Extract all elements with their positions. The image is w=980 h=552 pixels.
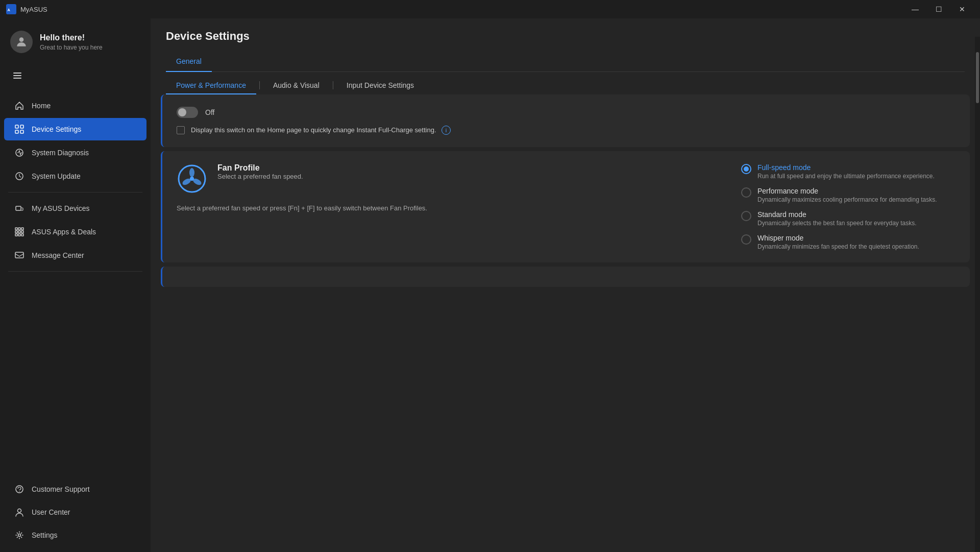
scrollbar-track[interactable]	[975, 37, 980, 552]
home-page-checkbox[interactable]	[177, 126, 185, 134]
settings-icon	[14, 530, 24, 540]
svg-rect-20	[18, 234, 20, 236]
close-button[interactable]: ✕	[950, 0, 974, 18]
fan-icon-wrap	[177, 163, 207, 194]
nav-section: Home Device Settings System Diagnosis	[0, 91, 151, 552]
radio-label-whisper: Whisper mode	[757, 234, 919, 242]
svg-rect-15	[21, 228, 23, 230]
info-icon[interactable]: i	[442, 126, 451, 135]
fan-text-group: Fan Profile Select a preferred fan speed…	[217, 163, 303, 184]
sidebar-item-my-asus-devices[interactable]: My ASUS Devices	[4, 197, 146, 220]
fan-left-row: Fan Profile Select a preferred fan speed…	[177, 163, 726, 198]
svg-rect-7	[20, 125, 23, 128]
user-greeting: Hello there!	[40, 33, 103, 42]
main-content: Device Settings General Power & Performa…	[151, 18, 980, 552]
sidebar-item-system-update[interactable]: System Update	[4, 165, 146, 187]
subtab-input-device-settings[interactable]: Input Device Settings	[336, 76, 424, 94]
svg-rect-14	[18, 228, 20, 230]
fan-section: Fan Profile Select a preferred fan speed…	[177, 163, 955, 250]
svg-point-2	[19, 37, 24, 42]
subtabs-row: Power & Performance Audio & Visual Input…	[151, 76, 980, 94]
fan-profile-subtitle: Select a preferred fan speed.	[217, 173, 303, 180]
nav-bottom: Customer Support User Center Settings	[0, 477, 151, 552]
user-section: Hello there! Great to have you here	[0, 23, 151, 63]
radio-label-standard: Standard mode	[757, 210, 916, 219]
user-avatar-icon	[15, 35, 28, 49]
svg-point-24	[19, 491, 19, 492]
maximize-button[interactable]: ☐	[927, 0, 950, 18]
user-info: Hello there! Great to have you here	[40, 33, 103, 51]
instant-charge-card: Off Display this switch on the Home page…	[161, 94, 970, 147]
tabs-row: General	[166, 52, 965, 72]
svg-point-25	[18, 509, 21, 513]
svg-rect-5	[13, 78, 21, 79]
fan-left: Fan Profile Select a preferred fan speed…	[177, 163, 726, 250]
sidebar-item-home[interactable]: Home	[4, 94, 146, 117]
svg-rect-8	[15, 130, 18, 133]
fan-right: Full-speed mode Run at full speed and en…	[741, 163, 955, 250]
avatar	[10, 31, 33, 53]
sidebar: Hello there! Great to have you here Home	[0, 18, 151, 552]
svg-text:A: A	[8, 8, 11, 12]
radio-label-full-speed: Full-speed mode	[757, 163, 935, 172]
fan-profile-desc: Select a preferred fan speed or press [F…	[177, 203, 726, 213]
svg-rect-18	[21, 231, 23, 233]
nav-divider-2	[8, 271, 142, 272]
checkbox-text: Display this switch on the Home page to …	[191, 126, 436, 134]
radio-btn-whisper[interactable]	[741, 234, 751, 245]
svg-point-29	[189, 168, 194, 177]
svg-rect-6	[15, 125, 18, 128]
svg-rect-12	[16, 206, 21, 210]
radio-desc-whisper: Dynamically minimizes fan speed for the …	[757, 243, 919, 250]
radio-standard[interactable]: Standard mode Dynamically selects the be…	[741, 210, 955, 227]
radio-content-full-speed: Full-speed mode Run at full speed and en…	[757, 163, 935, 180]
radio-btn-performance[interactable]	[741, 187, 751, 198]
subtab-audio-visual[interactable]: Audio & Visual	[263, 76, 330, 94]
app-window: Hello there! Great to have you here Home	[0, 18, 980, 552]
sidebar-item-message-center[interactable]: Message Center	[4, 244, 146, 267]
radio-full-speed[interactable]: Full-speed mode Run at full speed and en…	[741, 163, 955, 180]
svg-rect-16	[15, 231, 17, 233]
sidebar-item-system-diagnosis[interactable]: System Diagnosis	[4, 141, 146, 164]
titlebar: A MyASUS — ☐ ✕	[0, 0, 980, 18]
tab-general[interactable]: General	[166, 52, 212, 71]
window-controls: — ☐ ✕	[903, 0, 974, 18]
user-subtext: Great to have you here	[40, 44, 103, 51]
radio-desc-performance: Dynamically maximizes cooling performanc…	[757, 196, 937, 203]
toggle-label: Off	[205, 108, 214, 116]
scrollbar-thumb[interactable]	[976, 52, 979, 103]
charge-section: Off Display this switch on the Home page…	[177, 107, 955, 135]
svg-rect-19	[15, 234, 17, 236]
radio-whisper[interactable]: Whisper mode Dynamically minimizes fan s…	[741, 234, 955, 250]
svg-rect-9	[20, 130, 23, 133]
my-asus-devices-icon	[14, 203, 24, 213]
instant-charge-toggle[interactable]	[177, 107, 198, 118]
checkbox-row: Display this switch on the Home page to …	[177, 125, 451, 135]
system-update-icon	[14, 171, 24, 181]
radio-btn-full-speed[interactable]	[741, 164, 751, 174]
message-center-icon	[14, 250, 24, 260]
sidebar-item-user-center[interactable]: User Center	[4, 501, 146, 523]
hamburger-icon	[12, 70, 22, 81]
sidebar-item-device-settings[interactable]: Device Settings	[4, 118, 146, 140]
asus-apps-icon	[14, 227, 24, 237]
radio-performance[interactable]: Performance mode Dynamically maximizes c…	[741, 187, 955, 203]
page-title: Device Settings	[166, 30, 965, 43]
svg-rect-21	[21, 234, 23, 236]
subtab-divider-1	[259, 81, 260, 89]
radio-content-standard: Standard mode Dynamically selects the be…	[757, 210, 916, 227]
minimize-button[interactable]: —	[903, 0, 927, 18]
hamburger-button[interactable]	[7, 65, 28, 86]
subtab-power-performance[interactable]: Power & Performance	[166, 76, 256, 94]
customer-support-icon	[14, 484, 24, 494]
sidebar-item-customer-support[interactable]: Customer Support	[4, 478, 146, 500]
home-icon	[14, 101, 24, 111]
sidebar-item-asus-apps-deals[interactable]: ASUS Apps & Deals	[4, 221, 146, 243]
content-scroll[interactable]: Off Display this switch on the Home page…	[151, 94, 980, 552]
svg-point-26	[18, 534, 21, 537]
radio-btn-standard[interactable]	[741, 211, 751, 221]
radio-content-whisper: Whisper mode Dynamically minimizes fan s…	[757, 234, 919, 250]
nav-divider-1	[8, 192, 142, 193]
sidebar-item-settings[interactable]: Settings	[4, 524, 146, 546]
fan-icon	[178, 164, 206, 193]
